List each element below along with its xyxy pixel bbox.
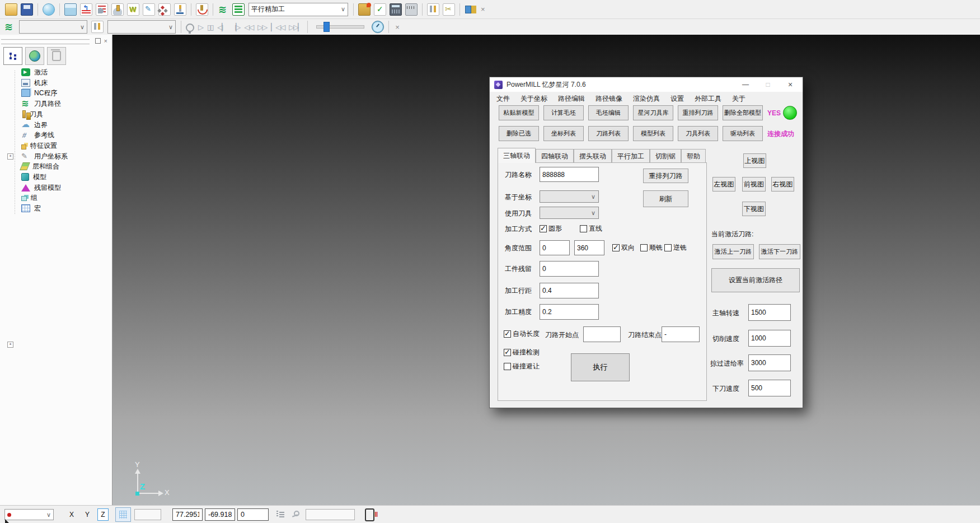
go-to-start-icon[interactable]: ▏◁◁: [271, 23, 284, 31]
menu-path-edit[interactable]: 路径编辑: [558, 94, 585, 104]
stepover-input[interactable]: [540, 283, 599, 298]
tree-item-workplanes[interactable]: + 用户坐标系: [0, 151, 112, 161]
btn-model-list[interactable]: 模型列表: [633, 126, 673, 141]
measure-icon[interactable]: [405, 3, 418, 16]
play-icon[interactable]: ▷: [198, 23, 203, 31]
calculator-icon[interactable]: [390, 3, 402, 16]
tree-item-toolpaths[interactable]: 刀具路径: [0, 99, 112, 109]
axis-x-button[interactable]: X: [66, 508, 77, 521]
active-prev-button[interactable]: 激活上一刀路: [712, 244, 754, 259]
tree-item-macros[interactable]: + 宏: [0, 203, 112, 213]
checkbox-line[interactable]: [580, 225, 587, 232]
btn-toolpath-list[interactable]: 刀路列表: [588, 126, 629, 141]
simulation-speed-slider[interactable]: [316, 25, 364, 29]
axis-y-button[interactable]: Y: [82, 508, 93, 521]
checkbox-collision-check[interactable]: [504, 349, 511, 356]
btn-drive-list[interactable]: 驱动列表: [723, 126, 763, 141]
sim-toolpath-combo[interactable]: ∨: [19, 20, 87, 34]
slider-handle[interactable]: [323, 22, 330, 32]
checkbox-circle[interactable]: [540, 225, 547, 232]
go-to-end-icon[interactable]: ▷▷▏: [289, 23, 302, 31]
menu-external-tools[interactable]: 外部工具: [695, 94, 721, 104]
end-point-input[interactable]: [662, 326, 700, 342]
menu-file[interactable]: 文件: [496, 94, 510, 104]
btn-rearrange-toolpaths[interactable]: 重排列刀路: [678, 105, 718, 120]
tab-explorer-tree[interactable]: [3, 47, 22, 65]
toolbar-close-icon[interactable]: ×: [481, 5, 485, 13]
status-field-2[interactable]: [306, 509, 355, 520]
tab-saw[interactable]: 切割锯: [650, 149, 681, 163]
method-circle-option[interactable]: 圆形: [540, 224, 562, 234]
coord-z-field[interactable]: [237, 508, 269, 521]
tree-item-models[interactable]: 模型: [0, 172, 112, 182]
tree-item-active[interactable]: 激活: [0, 67, 112, 77]
save-icon[interactable]: [21, 3, 33, 16]
climb-mill-option[interactable]: 顺铣: [640, 243, 663, 253]
cutting-feed-input[interactable]: [748, 330, 791, 347]
coord-y-field[interactable]: [205, 508, 235, 521]
tree-item-groups[interactable]: 组: [0, 193, 112, 203]
coord-x-field[interactable]: [172, 508, 203, 521]
simulate-tool-icon[interactable]: [196, 3, 208, 16]
checkbox-climb[interactable]: [640, 244, 648, 251]
menu-about[interactable]: 关于: [732, 94, 745, 104]
tab-3axis[interactable]: 三轴联动: [498, 148, 536, 163]
rearrange-button[interactable]: 重排列刀路: [643, 169, 688, 183]
clock-icon[interactable]: [372, 21, 384, 33]
block-icon[interactable]: [64, 3, 77, 16]
tab-recycle-bin[interactable]: [47, 47, 66, 65]
axis-z-button[interactable]: Z: [97, 508, 109, 521]
grid-toggle-button[interactable]: [115, 507, 131, 522]
view-bottom-button[interactable]: 下视图: [742, 202, 766, 216]
strategy-list-icon[interactable]: [232, 3, 245, 16]
btn-coord-list[interactable]: 坐标列表: [543, 126, 584, 141]
tree-item-levels-sets[interactable]: 层和组合: [0, 161, 112, 171]
view-front-button[interactable]: 前视图: [742, 177, 766, 192]
conventional-mill-option[interactable]: 逆铣: [664, 243, 687, 253]
sim-tool-combo[interactable]: ∨: [107, 20, 176, 34]
auto-length-option[interactable]: 自动长度: [504, 329, 540, 339]
toolpath-name-input[interactable]: [540, 167, 599, 182]
locate-icon[interactable]: [291, 510, 300, 519]
pause-icon[interactable]: ▯▯: [207, 23, 213, 31]
fast-forward-icon[interactable]: ▷▷: [257, 23, 266, 31]
close-button[interactable]: ×: [784, 79, 796, 90]
start-point-input[interactable]: [583, 326, 621, 342]
point-list-icon[interactable]: [276, 511, 284, 519]
tab-swivel-head[interactable]: 摆头联动: [574, 149, 612, 163]
verify-icon[interactable]: [374, 3, 386, 16]
checkbox-auto-length[interactable]: [504, 330, 511, 338]
tree-item-nc-programs[interactable]: NC程序: [0, 88, 112, 98]
rewind-icon[interactable]: ◁◁: [244, 23, 253, 31]
tool-select[interactable]: ∨: [540, 207, 599, 219]
execute-button[interactable]: 执行: [571, 353, 630, 381]
tool-pair-icon[interactable]: [427, 3, 439, 16]
viewmill-ball-icon[interactable]: [43, 3, 55, 16]
tree-item-stock-models[interactable]: 残留模型: [0, 183, 112, 193]
skim-feed-input[interactable]: [748, 354, 791, 371]
btn-stock-edit[interactable]: 毛坯编辑: [588, 105, 629, 120]
collision-avoid-option[interactable]: 碰撞避让: [504, 362, 540, 371]
batch-process-icon[interactable]: [358, 3, 371, 16]
tab-parallel[interactable]: 平行加工: [612, 149, 650, 163]
status-field-1[interactable]: [134, 509, 161, 520]
close-panel-icon[interactable]: ×: [104, 38, 107, 44]
minimize-button[interactable]: —: [739, 79, 752, 90]
tab-web[interactable]: [25, 47, 44, 65]
open-icon[interactable]: [5, 3, 17, 16]
tolerance-input[interactable]: [540, 304, 599, 320]
set-active-path-button[interactable]: 设置当前激活路径: [711, 268, 800, 292]
btn-xinghe-tool-library[interactable]: 星河刀具库: [633, 105, 673, 120]
menu-render-sim[interactable]: 渲染仿真: [633, 94, 660, 104]
toolbar-close-icon[interactable]: ×: [395, 23, 400, 31]
btn-delete-all-models[interactable]: 删除全部模型: [723, 105, 763, 120]
step-back-icon[interactable]: ◁▏: [217, 23, 226, 31]
position-combo[interactable]: ∨: [4, 509, 54, 520]
angle-from-input[interactable]: [540, 240, 570, 255]
tab-help[interactable]: 帮助: [681, 149, 706, 163]
dialog-title-bar[interactable]: PowerMILL 忆梦星河 7.0.6 — □ ×: [490, 77, 803, 92]
btn-tool-list[interactable]: 刀具列表: [678, 126, 718, 141]
angle-to-input[interactable]: [574, 240, 604, 255]
boundary-edit-icon[interactable]: [143, 3, 155, 16]
collision-check-option[interactable]: 碰撞检测: [504, 348, 540, 357]
